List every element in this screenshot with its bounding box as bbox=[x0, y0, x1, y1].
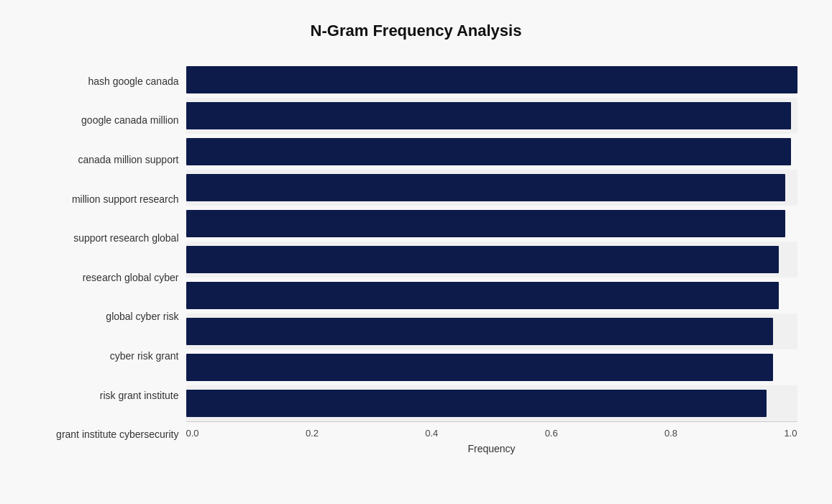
x-tick: 0.8 bbox=[664, 428, 677, 439]
x-tick: 0.0 bbox=[186, 428, 199, 439]
bar bbox=[186, 282, 780, 309]
bar-row bbox=[186, 385, 797, 421]
bar-row bbox=[186, 349, 797, 385]
x-tick: 0.6 bbox=[545, 428, 558, 439]
y-label: cyber risk grant bbox=[110, 338, 179, 374]
bar-row bbox=[186, 134, 797, 170]
y-label: global cyber risk bbox=[106, 298, 178, 334]
x-axis: 0.00.20.40.60.81.0 bbox=[186, 428, 797, 439]
bar-row bbox=[186, 242, 797, 278]
x-axis-line bbox=[186, 421, 797, 422]
chart-area: hash google canadagoogle canada millionc… bbox=[35, 62, 797, 454]
bar bbox=[186, 210, 785, 237]
bar bbox=[186, 102, 792, 129]
bar-row bbox=[186, 62, 797, 98]
y-label: risk grant institute bbox=[100, 377, 179, 413]
y-label: hash google canada bbox=[88, 63, 178, 99]
x-tick: 0.2 bbox=[306, 428, 319, 439]
bar bbox=[186, 246, 780, 273]
bar bbox=[186, 354, 773, 381]
bar bbox=[186, 174, 785, 201]
bar-row bbox=[186, 313, 797, 349]
y-label: support research global bbox=[73, 220, 178, 256]
chart-container: N-Gram Frequency Analysis hash google ca… bbox=[21, 7, 812, 498]
y-label: grant institute cybersecurity bbox=[56, 416, 178, 452]
bar-row bbox=[186, 278, 797, 313]
bars-wrapper bbox=[186, 62, 797, 421]
bar-row bbox=[186, 98, 797, 134]
bar bbox=[186, 138, 792, 165]
y-label: google canada million bbox=[81, 102, 178, 138]
y-label: research global cyber bbox=[83, 260, 179, 295]
chart-title: N-Gram Frequency Analysis bbox=[35, 22, 797, 40]
y-label: million support research bbox=[72, 181, 179, 217]
bar bbox=[186, 318, 773, 345]
bar-row bbox=[186, 170, 797, 206]
y-labels: hash google canadagoogle canada millionc… bbox=[35, 62, 186, 454]
x-tick: 0.4 bbox=[425, 428, 438, 439]
x-axis-label: Frequency bbox=[186, 443, 797, 454]
y-label: canada million support bbox=[78, 142, 178, 178]
bar bbox=[186, 390, 767, 417]
bar-row bbox=[186, 206, 797, 242]
x-tick: 1.0 bbox=[784, 428, 797, 439]
bar bbox=[186, 66, 797, 93]
bars-and-axis: 0.00.20.40.60.81.0 Frequency bbox=[186, 62, 797, 454]
